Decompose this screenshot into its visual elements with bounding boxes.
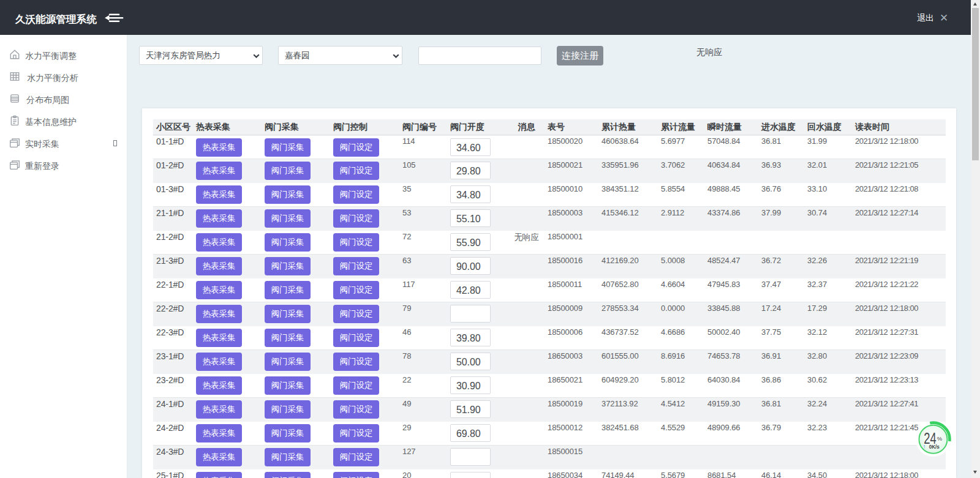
svg-text:0K/s: 0K/s <box>929 444 940 450</box>
svg-text:↑: ↑ <box>923 443 926 450</box>
svg-text:%: % <box>937 435 943 442</box>
